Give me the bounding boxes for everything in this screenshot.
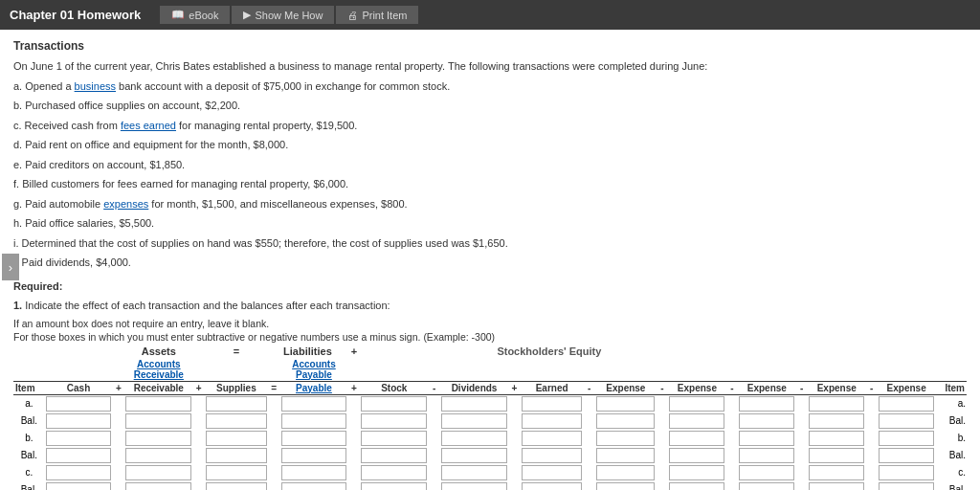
input-b-ae[interactable] bbox=[809, 431, 864, 446]
input-a-me[interactable] bbox=[879, 396, 934, 412]
input-bal2-ap[interactable] bbox=[281, 448, 347, 463]
item-right-sub bbox=[935, 358, 967, 382]
input-c-div[interactable] bbox=[441, 465, 507, 480]
input-bal1-ae[interactable] bbox=[809, 413, 864, 429]
transaction-h: h. Paid office salaries, $5,500. bbox=[13, 215, 967, 232]
plus-op-1: + bbox=[347, 345, 360, 358]
input-a-se[interactable] bbox=[669, 396, 724, 412]
accounting-table-container: Assets = Liabilities + Stockholders' Equ… bbox=[13, 345, 967, 491]
input-b-div[interactable] bbox=[441, 431, 507, 446]
input-bal3-sup[interactable] bbox=[739, 482, 794, 491]
input-bal3-supplies[interactable] bbox=[206, 482, 266, 491]
minus-a-4 bbox=[725, 394, 738, 412]
input-c-cash[interactable] bbox=[46, 465, 112, 480]
input-bal3-fe[interactable] bbox=[522, 482, 582, 491]
input-bal2-me[interactable] bbox=[879, 448, 934, 463]
show-me-how-button[interactable]: ▶ Show Me How bbox=[232, 6, 334, 24]
input-a-ae[interactable] bbox=[809, 396, 864, 412]
input-a-div[interactable] bbox=[441, 396, 507, 412]
plus-sub-4 bbox=[508, 358, 521, 382]
input-bal3-cash[interactable] bbox=[46, 482, 112, 491]
input-a-ap[interactable] bbox=[281, 396, 347, 412]
input-b-supplies[interactable] bbox=[206, 431, 266, 446]
input-bal2-se[interactable] bbox=[669, 448, 724, 463]
input-bal3-se[interactable] bbox=[669, 482, 724, 491]
input-a-sup[interactable] bbox=[739, 396, 794, 412]
input-a-fe[interactable] bbox=[522, 396, 582, 412]
expenses-link[interactable]: expenses bbox=[103, 198, 148, 210]
input-bal2-fe[interactable] bbox=[522, 448, 582, 463]
input-c-sup[interactable] bbox=[739, 465, 794, 480]
input-b-ar[interactable] bbox=[125, 431, 191, 446]
ebook-button[interactable]: 📖 eBook bbox=[160, 6, 230, 24]
input-b-re[interactable] bbox=[596, 431, 655, 446]
input-bal2-sup[interactable] bbox=[739, 448, 794, 463]
input-bal1-se[interactable] bbox=[669, 413, 724, 429]
input-c-se[interactable] bbox=[669, 465, 724, 480]
fees-earned-link[interactable]: fees earned bbox=[121, 120, 176, 131]
input-bal3-cs[interactable] bbox=[361, 482, 427, 491]
label-a: a. bbox=[13, 394, 45, 412]
input-bal2-cash[interactable] bbox=[46, 448, 112, 463]
input-a-re[interactable] bbox=[596, 396, 655, 412]
equity-header: Stockholders' Equity bbox=[360, 345, 738, 358]
input-bal1-me[interactable] bbox=[879, 413, 934, 429]
input-c-me[interactable] bbox=[879, 465, 934, 480]
input-bal1-fe[interactable] bbox=[522, 413, 582, 429]
input-bal2-ar[interactable] bbox=[125, 448, 191, 463]
input-b-cash[interactable] bbox=[46, 431, 112, 446]
input-b-se[interactable] bbox=[669, 431, 724, 446]
input-a-cash[interactable] bbox=[46, 396, 112, 412]
input-bal2-supplies[interactable] bbox=[206, 448, 266, 463]
input-b-sup[interactable] bbox=[739, 431, 794, 446]
required-label: Required: bbox=[13, 278, 967, 295]
input-a-supplies[interactable] bbox=[206, 396, 266, 412]
transaction-j: j. Paid dividends, $4,000. bbox=[13, 255, 967, 271]
input-bal3-ap[interactable] bbox=[281, 482, 347, 491]
content-area: › Transactions On June 1 of the current … bbox=[0, 30, 980, 490]
input-b-me[interactable] bbox=[879, 431, 934, 446]
input-bal2-re[interactable] bbox=[596, 448, 655, 463]
input-bal3-ar[interactable] bbox=[125, 482, 191, 491]
input-b-cs[interactable] bbox=[361, 431, 427, 446]
business-link[interactable]: business bbox=[75, 80, 116, 92]
input-bal1-cash[interactable] bbox=[46, 413, 112, 429]
minus-col-1: - bbox=[428, 381, 440, 394]
input-bal2-ae[interactable] bbox=[809, 448, 864, 463]
input-bal3-ae[interactable] bbox=[809, 482, 864, 491]
input-bal3-div[interactable] bbox=[441, 482, 507, 491]
input-c-ae[interactable] bbox=[809, 465, 864, 480]
input-bal3-re[interactable] bbox=[596, 482, 655, 491]
input-c-ap[interactable] bbox=[281, 465, 347, 480]
input-c-ar[interactable] bbox=[125, 465, 191, 480]
video-icon: ▶ bbox=[243, 9, 251, 21]
input-bal1-re[interactable] bbox=[596, 413, 655, 429]
item-spacer-right bbox=[738, 345, 795, 358]
input-b-ap[interactable] bbox=[281, 431, 347, 446]
input-c-supplies[interactable] bbox=[206, 465, 266, 480]
input-bal1-supplies[interactable] bbox=[206, 413, 266, 429]
input-bal1-ar[interactable] bbox=[125, 413, 191, 429]
input-b-fe[interactable] bbox=[522, 431, 582, 446]
input-bal1-sup[interactable] bbox=[739, 413, 794, 429]
input-c-fe[interactable] bbox=[522, 465, 582, 480]
div-col-label: Dividends bbox=[440, 381, 508, 394]
transaction-f: f. Billed customers for fees earned for … bbox=[13, 176, 967, 192]
minus-sub-2 bbox=[583, 358, 595, 382]
input-bal1-ap[interactable] bbox=[281, 413, 347, 429]
nav-arrow-button[interactable]: › bbox=[2, 254, 19, 280]
input-a-ar[interactable] bbox=[125, 396, 191, 412]
input-c-re[interactable] bbox=[596, 465, 655, 480]
print-item-button[interactable]: 🖨 Print Item bbox=[336, 6, 418, 24]
minus-sub-3 bbox=[656, 358, 668, 382]
input-c-cs[interactable] bbox=[361, 465, 427, 480]
input-bal1-div[interactable] bbox=[441, 413, 507, 429]
cash-col-header bbox=[45, 358, 113, 382]
input-bal2-div[interactable] bbox=[441, 448, 507, 463]
input-bal2-cs[interactable] bbox=[361, 448, 427, 463]
input-a-cs[interactable] bbox=[361, 396, 427, 412]
minus-sub-5 bbox=[795, 358, 808, 382]
input-bal1-cs[interactable] bbox=[361, 413, 427, 429]
input-bal3-me[interactable] bbox=[879, 482, 934, 491]
table-row-a: a. bbox=[13, 394, 967, 412]
